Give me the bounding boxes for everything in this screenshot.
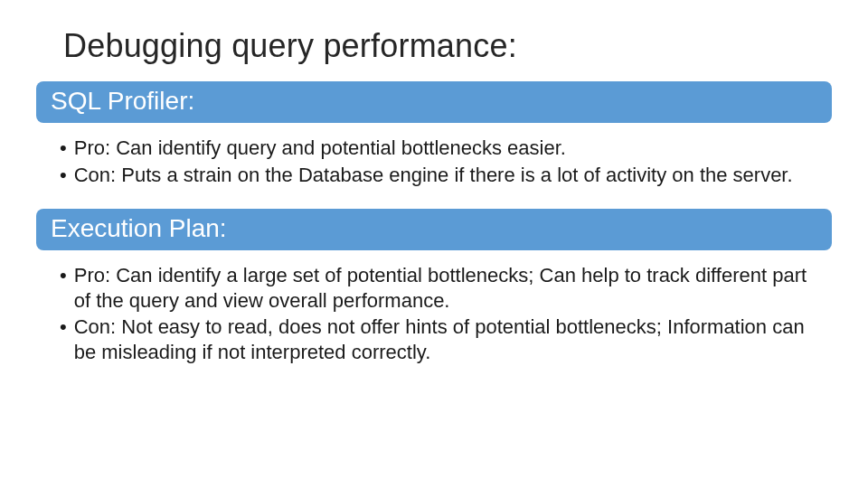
slide: Debugging query performance: SQL Profile… bbox=[0, 0, 868, 488]
section-body-sql-profiler: • Pro: Can identify query and potential … bbox=[36, 128, 832, 198]
list-item: • Con: Not easy to read, does not offer … bbox=[51, 314, 817, 364]
bullet-icon: • bbox=[60, 163, 67, 188]
bullet-icon: • bbox=[60, 263, 67, 288]
bullet-icon: • bbox=[60, 136, 67, 161]
list-item: • Con: Puts a strain on the Database eng… bbox=[51, 163, 817, 188]
section-header-sql-profiler: SQL Profiler: bbox=[36, 81, 832, 123]
bullet-text: Pro: Can identify query and potential bo… bbox=[74, 136, 817, 161]
list-item: • Pro: Can identify query and potential … bbox=[51, 136, 817, 161]
bullet-text: Pro: Can identify a large set of potenti… bbox=[74, 263, 817, 313]
slide-title: Debugging query performance: bbox=[63, 27, 832, 65]
bullet-text: Con: Puts a strain on the Database engin… bbox=[74, 163, 817, 188]
bullet-icon: • bbox=[60, 314, 67, 340]
list-item: • Pro: Can identify a large set of poten… bbox=[51, 263, 817, 313]
bullet-text: Con: Not easy to read, does not offer hi… bbox=[74, 314, 817, 364]
section-body-execution-plan: • Pro: Can identify a large set of poten… bbox=[36, 256, 832, 375]
section-header-execution-plan: Execution Plan: bbox=[36, 209, 832, 250]
